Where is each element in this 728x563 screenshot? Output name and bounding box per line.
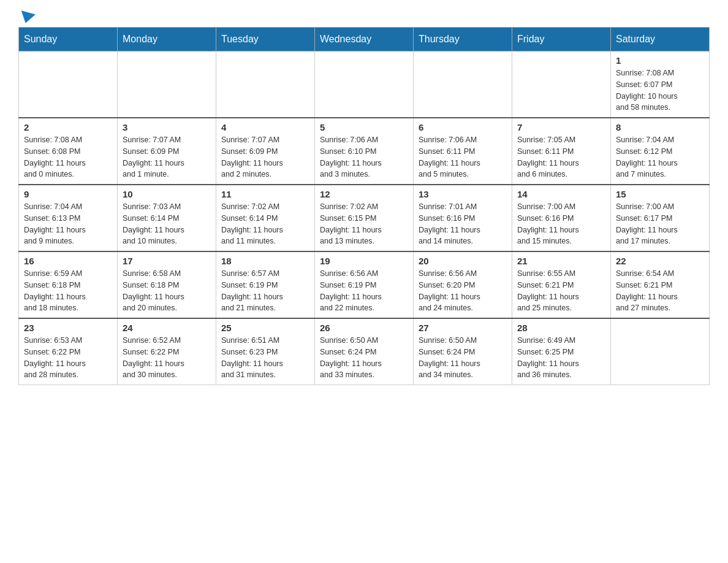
day-number: 17 [123,256,211,266]
calendar-cell: 1Sunrise: 7:08 AMSunset: 6:07 PMDaylight… [611,52,710,118]
calendar-cell [216,52,315,118]
calendar-cell: 5Sunrise: 7:06 AMSunset: 6:10 PMDaylight… [315,118,414,185]
calendar-cell: 19Sunrise: 6:56 AMSunset: 6:19 PMDayligh… [315,251,414,318]
day-number: 6 [419,122,507,132]
day-info: Sunrise: 6:50 AMSunset: 6:24 PMDaylight:… [320,335,408,381]
day-info: Sunrise: 6:49 AMSunset: 6:25 PMDaylight:… [517,335,605,381]
day-number: 23 [24,323,112,333]
day-info: Sunrise: 7:08 AMSunset: 6:07 PMDaylight:… [616,67,704,113]
day-number: 2 [24,122,112,132]
day-info: Sunrise: 7:05 AMSunset: 6:11 PMDaylight:… [517,134,605,180]
day-info: Sunrise: 6:59 AMSunset: 6:18 PMDaylight:… [24,268,112,314]
day-number: 11 [221,189,309,199]
day-number: 15 [616,189,704,199]
day-number: 7 [517,122,605,132]
day-number: 10 [123,189,211,199]
calendar-cell: 18Sunrise: 6:57 AMSunset: 6:19 PMDayligh… [216,251,315,318]
calendar-cell: 10Sunrise: 7:03 AMSunset: 6:14 PMDayligh… [118,185,216,251]
weekday-header-row: Sunday Monday Tuesday Wednesday Thursday… [19,28,710,52]
day-number: 12 [320,189,408,199]
day-info: Sunrise: 6:53 AMSunset: 6:22 PMDaylight:… [24,335,112,381]
calendar-cell [118,52,216,118]
day-info: Sunrise: 7:01 AMSunset: 6:16 PMDaylight:… [419,201,507,247]
day-info: Sunrise: 6:51 AMSunset: 6:23 PMDaylight:… [221,335,309,381]
week-row-5: 23Sunrise: 6:53 AMSunset: 6:22 PMDayligh… [19,318,710,385]
day-info: Sunrise: 6:57 AMSunset: 6:19 PMDaylight:… [221,268,309,314]
day-number: 25 [221,323,309,333]
day-info: Sunrise: 6:56 AMSunset: 6:20 PMDaylight:… [419,268,507,314]
calendar-table: Sunday Monday Tuesday Wednesday Thursday… [18,27,710,385]
day-info: Sunrise: 7:06 AMSunset: 6:11 PMDaylight:… [419,134,507,180]
calendar-cell: 21Sunrise: 6:55 AMSunset: 6:21 PMDayligh… [512,251,611,318]
week-row-3: 9Sunrise: 7:04 AMSunset: 6:13 PMDaylight… [19,185,710,251]
day-info: Sunrise: 7:04 AMSunset: 6:12 PMDaylight:… [616,134,704,180]
day-number: 21 [517,256,605,266]
week-row-2: 2Sunrise: 7:08 AMSunset: 6:08 PMDaylight… [19,118,710,185]
calendar-cell: 13Sunrise: 7:01 AMSunset: 6:16 PMDayligh… [414,185,512,251]
header-monday: Monday [118,28,216,52]
day-number: 4 [221,122,309,132]
day-number: 3 [123,122,211,132]
calendar-cell: 15Sunrise: 7:00 AMSunset: 6:17 PMDayligh… [611,185,710,251]
calendar-cell: 14Sunrise: 7:00 AMSunset: 6:16 PMDayligh… [512,185,611,251]
day-number: 8 [616,122,704,132]
day-number: 18 [221,256,309,266]
day-info: Sunrise: 7:07 AMSunset: 6:09 PMDaylight:… [221,134,309,180]
header-sunday: Sunday [19,28,118,52]
calendar-cell: 24Sunrise: 6:52 AMSunset: 6:22 PMDayligh… [118,318,216,385]
day-number: 22 [616,256,704,266]
calendar-cell [611,318,710,385]
calendar-cell: 6Sunrise: 7:06 AMSunset: 6:11 PMDaylight… [414,118,512,185]
day-number: 28 [517,323,605,333]
day-info: Sunrise: 6:54 AMSunset: 6:21 PMDaylight:… [616,268,704,314]
calendar-cell [414,52,512,118]
day-number: 26 [320,323,408,333]
calendar-cell [315,52,414,118]
day-number: 5 [320,122,408,132]
day-info: Sunrise: 7:00 AMSunset: 6:16 PMDaylight:… [517,201,605,247]
day-number: 16 [24,256,112,266]
calendar-cell: 23Sunrise: 6:53 AMSunset: 6:22 PMDayligh… [19,318,118,385]
day-number: 24 [123,323,211,333]
day-number: 20 [419,256,507,266]
calendar-cell: 7Sunrise: 7:05 AMSunset: 6:11 PMDaylight… [512,118,611,185]
day-number: 19 [320,256,408,266]
calendar-cell: 16Sunrise: 6:59 AMSunset: 6:18 PMDayligh… [19,251,118,318]
week-row-4: 16Sunrise: 6:59 AMSunset: 6:18 PMDayligh… [19,251,710,318]
calendar-cell: 8Sunrise: 7:04 AMSunset: 6:12 PMDaylight… [611,118,710,185]
day-info: Sunrise: 7:02 AMSunset: 6:14 PMDaylight:… [221,201,309,247]
day-info: Sunrise: 7:07 AMSunset: 6:09 PMDaylight:… [123,134,211,180]
calendar-cell [512,52,611,118]
day-number: 1 [616,55,704,66]
day-info: Sunrise: 6:52 AMSunset: 6:22 PMDaylight:… [123,335,211,381]
calendar-cell: 22Sunrise: 6:54 AMSunset: 6:21 PMDayligh… [611,251,710,318]
day-number: 14 [517,189,605,199]
calendar-cell: 11Sunrise: 7:02 AMSunset: 6:14 PMDayligh… [216,185,315,251]
page-header [18,12,710,21]
day-info: Sunrise: 7:03 AMSunset: 6:14 PMDaylight:… [123,201,211,247]
calendar-cell: 28Sunrise: 6:49 AMSunset: 6:25 PMDayligh… [512,318,611,385]
day-number: 13 [419,189,507,199]
day-info: Sunrise: 6:50 AMSunset: 6:24 PMDaylight:… [419,335,507,381]
calendar-cell: 26Sunrise: 6:50 AMSunset: 6:24 PMDayligh… [315,318,414,385]
calendar-cell: 17Sunrise: 6:58 AMSunset: 6:18 PMDayligh… [118,251,216,318]
calendar-cell: 27Sunrise: 6:50 AMSunset: 6:24 PMDayligh… [414,318,512,385]
day-info: Sunrise: 7:08 AMSunset: 6:08 PMDaylight:… [24,134,112,180]
day-info: Sunrise: 6:56 AMSunset: 6:19 PMDaylight:… [320,268,408,314]
calendar-cell: 20Sunrise: 6:56 AMSunset: 6:20 PMDayligh… [414,251,512,318]
day-info: Sunrise: 7:04 AMSunset: 6:13 PMDaylight:… [24,201,112,247]
calendar-cell: 4Sunrise: 7:07 AMSunset: 6:09 PMDaylight… [216,118,315,185]
logo [18,12,36,21]
header-saturday: Saturday [611,28,710,52]
day-info: Sunrise: 7:02 AMSunset: 6:15 PMDaylight:… [320,201,408,247]
day-info: Sunrise: 6:58 AMSunset: 6:18 PMDaylight:… [123,268,211,314]
calendar-cell: 9Sunrise: 7:04 AMSunset: 6:13 PMDaylight… [19,185,118,251]
week-row-1: 1Sunrise: 7:08 AMSunset: 6:07 PMDaylight… [19,52,710,118]
day-info: Sunrise: 7:00 AMSunset: 6:17 PMDaylight:… [616,201,704,247]
header-thursday: Thursday [414,28,512,52]
logo-triangle-icon [18,10,36,25]
day-info: Sunrise: 7:06 AMSunset: 6:10 PMDaylight:… [320,134,408,180]
calendar-cell: 12Sunrise: 7:02 AMSunset: 6:15 PMDayligh… [315,185,414,251]
day-number: 27 [419,323,507,333]
day-number: 9 [24,189,112,199]
